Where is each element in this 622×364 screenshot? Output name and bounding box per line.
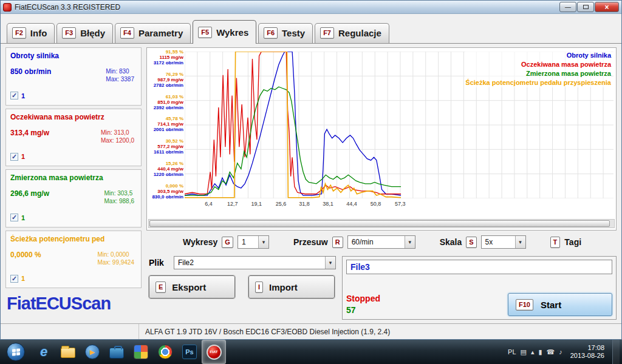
- minimize-button[interactable]: —: [559, 2, 576, 12]
- wykresy-select[interactable]: 1 ▾: [238, 235, 269, 249]
- tagi-label: Tagi: [564, 237, 581, 247]
- battery-icon[interactable]: ▮: [538, 348, 542, 356]
- windows-explorer-icon[interactable]: [56, 340, 80, 364]
- show-desktop-button[interactable]: [612, 340, 620, 364]
- panel-obroty-silnika: Obroty silnika 850 obr/min Min: 830 Max:…: [5, 47, 142, 106]
- fiatecuscan-logo: FiatECUScan: [5, 291, 142, 320]
- f4-key: F4: [120, 27, 134, 39]
- panel-value: 850 obr/min: [10, 67, 51, 76]
- panel-zmierzona-masa: Zmierzona masa powietrza 296,6 mg/w Min:…: [5, 169, 142, 228]
- przesuw-label: Przesuw: [293, 237, 328, 247]
- tab-wykres[interactable]: F5 Wykres: [193, 20, 256, 44]
- channel-checkbox[interactable]: ✓: [10, 275, 18, 283]
- file-section: Plik File2 ▾ E Eksport I Impo: [146, 254, 617, 320]
- chart-area[interactable]: 91,55 % 1115 mg/w 3172 obr/min 76,29 % 9…: [146, 47, 617, 231]
- eksport-button[interactable]: E Eksport: [149, 275, 235, 298]
- chevron-down-icon: ▾: [515, 236, 525, 248]
- t-key[interactable]: T: [550, 237, 561, 248]
- f10-key: F10: [516, 299, 533, 311]
- tab-bledy[interactable]: F3 Błędy: [56, 23, 113, 43]
- record-name-field[interactable]: File3: [346, 260, 612, 274]
- date: 2013-08-26: [570, 352, 604, 360]
- recording-box: File3 Stopped 57 F10 Start: [342, 256, 617, 320]
- maximize-button[interactable]: [577, 2, 594, 12]
- maximize-icon: [583, 5, 589, 9]
- y-axis-labels: 91,55 % 1115 mg/w 3172 obr/min 76,29 % 9…: [148, 49, 183, 200]
- tab-regulacje[interactable]: F7 Regulacje: [315, 23, 389, 43]
- photoshop-icon[interactable]: Ps: [177, 340, 202, 364]
- skala-select[interactable]: 5x ▾: [481, 235, 526, 249]
- x-tick: 57,3: [395, 201, 406, 207]
- tab-label: Błędy: [80, 28, 105, 38]
- file-select[interactable]: File2 ▾: [174, 256, 336, 269]
- phone-icon[interactable]: ☎: [547, 348, 555, 356]
- channel-checkbox[interactable]: ✓: [10, 153, 18, 161]
- media-player-icon[interactable]: ▶: [80, 340, 104, 364]
- panel-value: 313,4 mg/w: [10, 129, 49, 137]
- legend-zmierzona: Zmierzona masa powietrza: [465, 69, 611, 78]
- x-tick: 6,4: [205, 201, 213, 207]
- przesuw-select[interactable]: 60/min ▾: [347, 235, 415, 249]
- tab-testy[interactable]: F6 Testy: [258, 23, 313, 43]
- f5-key: F5: [198, 27, 212, 38]
- panel-sciezka-potencjometru: Ścieżka potencjometru ped 0,0000 % Min: …: [5, 231, 142, 289]
- system-tray: PL ▤ ▴ ▮ ☎ ♪ 17:08 2013-08-26: [508, 340, 622, 364]
- panel-min: Min: 313,0: [101, 129, 134, 136]
- app-icon: [3, 3, 12, 12]
- series-oczekiwana-masa-powietrza: [185, 52, 401, 194]
- f7-key: F7: [320, 27, 334, 39]
- channel-number: 1: [21, 153, 25, 160]
- close-button[interactable]: ×: [595, 2, 619, 12]
- tab-bar: F2 Info F3 Błędy F4 Parametry F5 Wykres …: [1, 14, 621, 44]
- panel-title: Zmierzona masa powietrza: [10, 174, 137, 182]
- panel-min: Min: 830: [106, 67, 134, 75]
- photo-gallery-icon[interactable]: [129, 340, 153, 364]
- panel-title: Oczekiwana masa powietrz: [10, 113, 137, 121]
- tab-label: Testy: [282, 28, 305, 38]
- panel-value: 296,6 mg/w: [10, 189, 49, 198]
- panel-oczekiwana-masa: Oczekiwana masa powietrz 313,4 mg/w Min:…: [5, 109, 142, 167]
- keyboard-icon[interactable]: ▤: [521, 348, 527, 356]
- tab-info[interactable]: F2 Info: [7, 23, 55, 43]
- panel-max: Max: 99,9424: [97, 258, 134, 266]
- channel-checkbox[interactable]: ✓: [10, 92, 18, 99]
- tab-label: Regulacje: [338, 28, 381, 38]
- chevron-down-icon: ▾: [325, 257, 335, 269]
- series--cie-ka-potencjometru-peda-u-przyspieszenia: [185, 52, 401, 198]
- r-key[interactable]: R: [332, 237, 343, 248]
- chart-scrollbar[interactable]: [148, 219, 615, 228]
- close-icon: ×: [604, 4, 609, 11]
- import-button[interactable]: I Import: [248, 275, 335, 298]
- channel-checkbox[interactable]: ✓: [10, 214, 18, 221]
- y-axis-row: 30,52 % 577,2 mg/w 1611 obr/min: [148, 138, 183, 155]
- language-indicator[interactable]: PL: [508, 348, 516, 356]
- fiatecuscan-icon[interactable]: FIAT: [202, 340, 226, 364]
- f3-key: F3: [62, 27, 76, 39]
- g-key[interactable]: G: [222, 237, 233, 248]
- windows-logo-icon: [7, 343, 25, 361]
- chrome-icon[interactable]: [153, 340, 177, 364]
- panel-max: Max: 1200,0: [101, 136, 134, 144]
- check-icon: ✓: [12, 275, 17, 282]
- x-tick: 12,7: [227, 201, 238, 207]
- start-button-windows[interactable]: [0, 340, 32, 364]
- panel-value: 0,0000 %: [10, 251, 41, 259]
- time: 17:08: [570, 344, 604, 352]
- vehicle-info: ALFA GT 1.9 JTD 16V / Bosch EDC16 CF3/EO…: [139, 328, 390, 336]
- x-tick: 38,1: [323, 201, 333, 207]
- parameter-sidebar: Obroty silnika 850 obr/min Min: 830 Max:…: [5, 47, 142, 320]
- volume-icon[interactable]: ♪: [559, 348, 562, 356]
- internet-explorer-icon[interactable]: e: [32, 340, 56, 364]
- x-tick: 50,8: [371, 201, 381, 207]
- s-key[interactable]: S: [466, 237, 476, 248]
- y-axis-row: 91,55 % 1115 mg/w 3172 obr/min: [148, 49, 183, 66]
- check-icon: ✓: [12, 214, 17, 221]
- panel-max: Max: 988,6: [104, 197, 134, 205]
- chart-scrollbar-thumb[interactable]: [149, 220, 610, 227]
- tab-parametry[interactable]: F4 Parametry: [115, 23, 191, 43]
- toolbox-icon[interactable]: [104, 340, 129, 364]
- start-button[interactable]: F10 Start: [508, 293, 612, 316]
- show-hidden-icons[interactable]: ▴: [531, 348, 535, 356]
- clock[interactable]: 17:08 2013-08-26: [567, 344, 608, 360]
- x-axis-labels: 6,412,719,125,631,838,144,450,857,3: [185, 201, 613, 208]
